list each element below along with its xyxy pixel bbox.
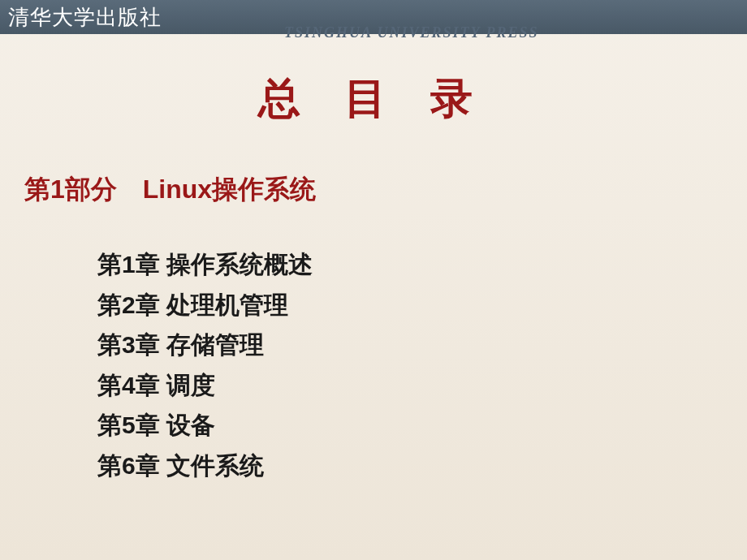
chapter-item: 第3章 存储管理 — [97, 325, 747, 365]
chapter-item: 第1章 操作系统概述 — [97, 244, 747, 285]
publisher-name-en: TSINGHUA UNIVERSITY PRESS — [284, 24, 538, 41]
chapter-item: 第6章 文件系统 — [97, 446, 747, 486]
publisher-name-cn: 清华大学出版社 — [0, 3, 162, 32]
section-title: 第1部分 Linux操作系统 — [24, 172, 747, 208]
chapter-item: 第4章 调度 — [97, 365, 747, 406]
chapter-list: 第1章 操作系统概述 第2章 处理机管理 第3章 存储管理 第4章 调度 第5章… — [97, 244, 747, 485]
chapter-item: 第5章 设备 — [97, 405, 747, 446]
page-title: 总 目 录 — [0, 71, 747, 127]
chapter-item: 第2章 处理机管理 — [97, 285, 747, 325]
